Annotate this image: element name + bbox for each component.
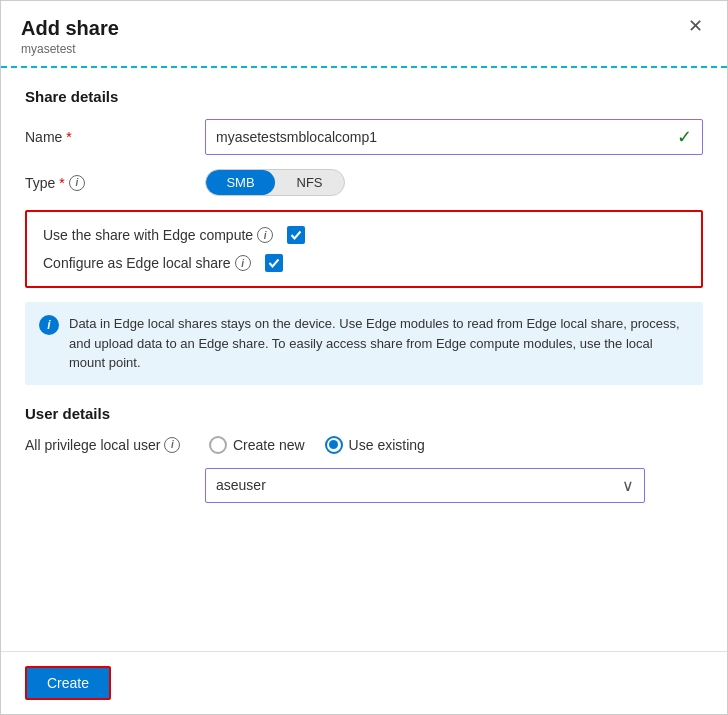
use-existing-option[interactable]: Use existing [325,436,425,454]
privilege-user-label: All privilege local user i [25,437,205,453]
modal-footer: Create [1,651,727,714]
add-share-modal: Add share myasetest ✕ Share details Name… [0,0,728,715]
use-existing-label: Use existing [349,437,425,453]
edge-local-share-text: Configure as Edge local share [43,255,231,271]
type-row: Type * i SMB NFS [25,169,703,196]
dropdown-arrow-icon: ∨ [622,476,634,495]
privilege-user-row: All privilege local user i Create new Us… [25,436,703,454]
modal-header: Add share myasetest ✕ [1,1,727,68]
name-valid-icon: ✓ [677,126,692,148]
user-dropdown-value: aseuser [216,477,266,493]
create-new-option[interactable]: Create new [209,436,305,454]
name-row: Name * myasetestsmblocalcomp1 ✓ [25,119,703,155]
use-existing-radio[interactable] [325,436,343,454]
type-required-star: * [59,175,64,191]
create-button[interactable]: Create [25,666,111,700]
edge-compute-label: Use the share with Edge compute i [43,227,273,243]
close-button[interactable]: ✕ [684,17,707,35]
type-info-icon[interactable]: i [69,175,85,191]
share-details-section-title: Share details [25,88,703,105]
user-details-section-title: User details [25,405,703,422]
user-dropdown[interactable]: aseuser ∨ [205,468,645,503]
type-label: Type * i [25,175,205,191]
create-new-label: Create new [233,437,305,453]
edge-compute-text: Use the share with Edge compute [43,227,253,243]
edge-compute-row: Use the share with Edge compute i [43,226,685,244]
name-input-container[interactable]: myasetestsmblocalcomp1 ✓ [205,119,703,155]
type-toggle-group: SMB NFS [205,169,345,196]
privilege-label-text: All privilege local user [25,437,160,453]
type-label-text: Type [25,175,55,191]
modal-title-section: Add share myasetest [21,17,119,56]
edge-local-share-label: Configure as Edge local share i [43,255,251,271]
name-input-value: myasetestsmblocalcomp1 [216,129,677,145]
edge-local-share-row: Configure as Edge local share i [43,254,685,272]
info-banner: i Data in Edge local shares stays on the… [25,302,703,385]
privilege-info-icon[interactable]: i [164,437,180,453]
edge-local-info-icon[interactable]: i [235,255,251,271]
name-label-text: Name [25,129,62,145]
edge-compute-highlight-box: Use the share with Edge compute i Config… [25,210,703,288]
modal-body: Share details Name * myasetestsmblocalco… [1,68,727,651]
info-banner-icon: i [39,315,59,335]
name-label: Name * [25,129,205,145]
modal-title: Add share [21,17,119,40]
edge-local-share-checkbox[interactable] [265,254,283,272]
info-banner-text: Data in Edge local shares stays on the d… [69,314,689,373]
edge-compute-info-icon[interactable]: i [257,227,273,243]
smb-toggle[interactable]: SMB [206,170,275,195]
name-required-star: * [66,129,71,145]
user-details-section: User details All privilege local user i … [25,405,703,503]
modal-subtitle: myasetest [21,42,119,56]
edge-compute-checkbox[interactable] [287,226,305,244]
radio-group: Create new Use existing [209,436,425,454]
create-new-radio[interactable] [209,436,227,454]
nfs-toggle[interactable]: NFS [275,170,344,195]
user-dropdown-row: aseuser ∨ [205,468,703,503]
